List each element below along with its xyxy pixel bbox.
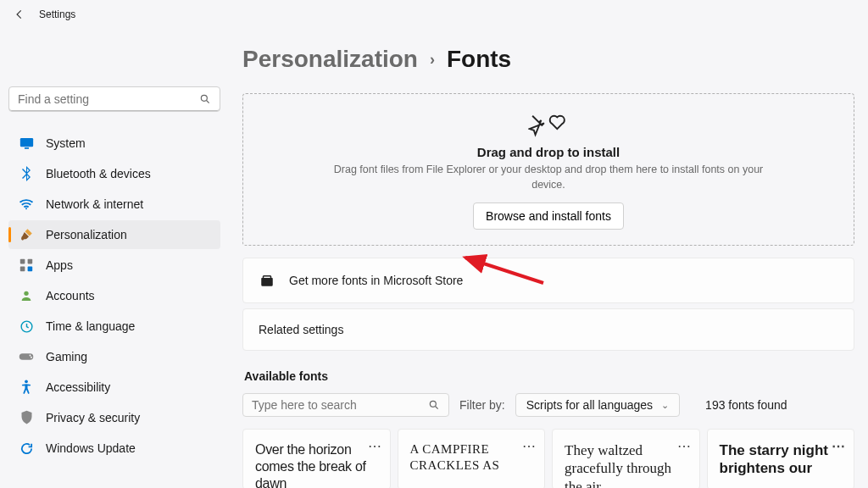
clock-icon	[19, 319, 34, 334]
sidebar-item-label: Network & internet	[46, 197, 143, 211]
font-sample: They waltzed gracefully through the air	[565, 442, 671, 488]
font-card[interactable]: ⋯ A campfire crackles as	[398, 429, 546, 488]
search-icon	[428, 399, 440, 411]
svg-point-8	[24, 291, 28, 296]
filter-label: Filter by:	[459, 398, 505, 412]
sidebar-item-time[interactable]: Time & language	[8, 312, 220, 341]
svg-point-0	[201, 95, 207, 101]
sidebar-item-label: System	[46, 136, 86, 150]
user-block	[8, 34, 220, 85]
main-content: Personalization › Fonts Drag and drop to…	[229, 25, 868, 488]
breadcrumb: Personalization › Fonts	[242, 46, 854, 73]
sidebar-item-accounts[interactable]: Accounts	[8, 281, 220, 310]
font-card[interactable]: ⋯ The starry night brightens our	[707, 429, 855, 488]
browse-fonts-button[interactable]: Browse and install fonts	[473, 202, 624, 230]
display-icon	[19, 136, 34, 151]
more-icon[interactable]: ⋯	[368, 438, 381, 455]
font-search-input[interactable]	[252, 398, 428, 412]
font-grid: ⋯ Over the horizon comes the break of da…	[242, 429, 854, 488]
sidebar-item-label: Apps	[46, 258, 73, 272]
titlebar: Settings	[0, 0, 868, 25]
sidebar-item-privacy[interactable]: Privacy & security	[8, 403, 220, 432]
dropzone[interactable]: Drag and drop to install Drag font files…	[242, 93, 854, 246]
sidebar-item-system[interactable]: System	[8, 129, 220, 158]
dropzone-subtitle: Drag font files from File Explorer or yo…	[328, 163, 769, 192]
sidebar-item-label: Windows Update	[46, 441, 136, 455]
font-sample: Over the horizon comes the break of dawn	[255, 442, 366, 488]
svg-point-14	[430, 401, 436, 407]
wifi-icon	[19, 197, 34, 212]
more-icon[interactable]: ⋯	[832, 438, 845, 455]
more-icon[interactable]: ⋯	[677, 438, 691, 455]
filter-value: Scripts for all languages	[526, 398, 653, 412]
chevron-down-icon: ⌄	[661, 400, 669, 411]
sidebar-search-input[interactable]	[18, 92, 199, 106]
svg-rect-5	[28, 259, 33, 264]
sidebar-item-gaming[interactable]: Gaming	[8, 342, 220, 371]
sidebar-item-label: Privacy & security	[46, 411, 140, 424]
font-sample: A campfire crackles as	[410, 442, 500, 472]
svg-rect-4	[20, 259, 25, 264]
accessibility-icon	[19, 380, 34, 395]
available-fonts-title: Available fonts	[244, 369, 854, 383]
sidebar-item-label: Time & language	[46, 319, 135, 333]
apps-icon	[19, 258, 34, 273]
update-icon	[19, 441, 34, 456]
store-icon	[259, 272, 275, 289]
bluetooth-icon	[19, 166, 34, 181]
paintbrush-icon	[19, 227, 34, 242]
breadcrumb-parent[interactable]: Personalization	[242, 46, 418, 73]
font-card[interactable]: ⋯ Over the horizon comes the break of da…	[242, 429, 391, 488]
svg-point-12	[31, 357, 32, 358]
breadcrumb-current: Fonts	[447, 46, 511, 73]
sidebar-item-label: Accessibility	[46, 380, 110, 394]
store-row[interactable]: Get more fonts in Microsoft Store	[242, 258, 854, 303]
filter-dropdown[interactable]: Scripts for all languages ⌄	[515, 393, 680, 417]
sidebar-item-label: Bluetooth & devices	[46, 167, 151, 180]
fonts-count: 193 fonts found	[705, 398, 787, 412]
svg-point-3	[25, 208, 27, 209]
sidebar-item-personalization[interactable]: Personalization	[8, 220, 220, 249]
svg-point-13	[25, 380, 28, 383]
filter-row: Filter by: Scripts for all languages ⌄ 1…	[242, 393, 854, 417]
sidebar-item-bluetooth[interactable]: Bluetooth & devices	[8, 159, 220, 188]
chevron-right-icon: ›	[430, 51, 435, 69]
dropzone-title: Drag and drop to install	[260, 145, 837, 159]
sidebar-item-label: Personalization	[46, 228, 127, 241]
shield-icon	[19, 410, 34, 425]
search-icon	[199, 93, 211, 105]
font-search[interactable]	[242, 393, 449, 417]
svg-rect-6	[20, 267, 25, 272]
sidebar: System Bluetooth & devices Network & int…	[0, 25, 229, 488]
more-icon[interactable]: ⋯	[522, 438, 537, 455]
svg-rect-2	[24, 147, 28, 149]
svg-rect-1	[19, 138, 32, 147]
sidebar-item-network[interactable]: Network & internet	[8, 190, 220, 219]
sidebar-item-label: Accounts	[46, 289, 95, 302]
gaming-icon	[19, 349, 34, 364]
related-settings-label: Related settings	[259, 323, 343, 336]
related-settings-row[interactable]: Related settings	[242, 308, 854, 351]
sidebar-item-apps[interactable]: Apps	[8, 251, 220, 280]
font-card[interactable]: ⋯ They waltzed gracefully through the ai…	[552, 429, 700, 488]
sidebar-item-label: Gaming	[46, 350, 87, 363]
font-sample: The starry night brightens our	[720, 442, 828, 476]
sidebar-item-update[interactable]: Windows Update	[8, 434, 220, 463]
person-icon	[19, 288, 34, 303]
svg-rect-7	[28, 267, 33, 272]
store-row-label: Get more fonts in Microsoft Store	[289, 274, 463, 287]
svg-point-11	[30, 355, 31, 357]
sidebar-search[interactable]	[8, 86, 220, 112]
back-arrow-icon[interactable]	[14, 8, 25, 20]
sidebar-item-accessibility[interactable]: Accessibility	[8, 373, 220, 402]
titlebar-title: Settings	[39, 8, 75, 20]
dropzone-icon	[528, 109, 569, 140]
